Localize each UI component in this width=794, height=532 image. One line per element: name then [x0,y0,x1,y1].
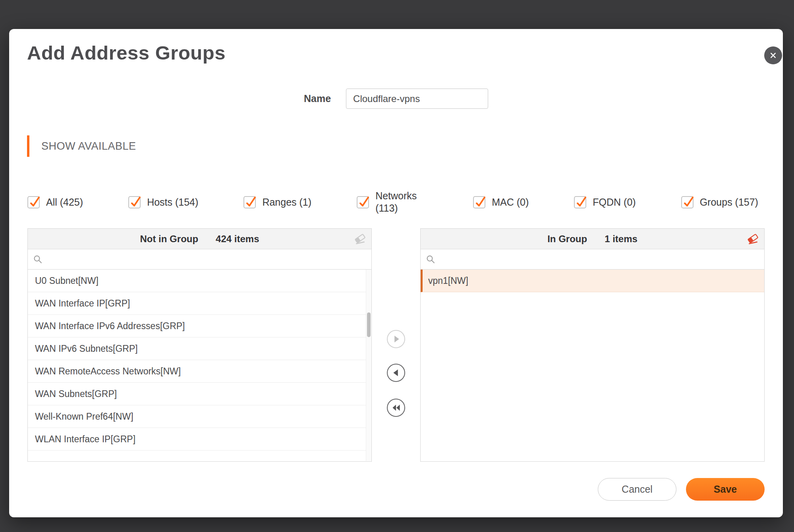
filter-checkbox-item[interactable]: All (425) [27,196,83,208]
checkbox[interactable] [243,196,256,208]
list-item[interactable]: WAN IPv6 Subnets[GRP] [28,337,371,360]
filter-checkbox-item[interactable]: MAC (0) [473,196,529,208]
clear-group-button[interactable] [745,232,760,246]
list-item[interactable]: WLAN Interface IP[GRP] [28,428,371,451]
not-in-group-header: Not in Group 424 items [28,229,371,249]
move-all-left-button[interactable] [387,399,405,417]
panel-count: 424 items [216,233,259,245]
add-address-groups-dialog: Add Address Groups Name SHOW AVAILABLE [9,29,783,517]
filter-label: Groups (157) [700,197,758,208]
checkbox[interactable] [681,196,694,208]
check-icon [358,197,369,208]
checkbox[interactable] [27,196,40,208]
panel-count: 1 items [605,233,638,245]
arrow-right-icon [388,330,404,348]
clear-selection-button[interactable] [352,232,367,246]
not-in-group-search-row [28,249,371,270]
name-label: Name [304,93,331,104]
filter-label: Networks (113) [375,190,428,215]
filter-label: All (425) [46,197,83,208]
filter-checkbox-item[interactable]: Ranges (1) [243,196,311,208]
in-group-search-row [421,249,764,270]
list-item[interactable]: U0 Subnet[NW] [28,270,371,292]
transfer-controls [372,228,420,462]
name-input[interactable] [346,89,488,109]
show-available-section: SHOW AVAILABLE [27,135,136,157]
filter-row: All (425) Hosts (154) [27,186,758,218]
close-button[interactable] [764,46,782,64]
save-button[interactable]: Save [686,478,765,501]
in-group-list: vpn1[NW] [421,270,764,461]
eraser-icon [354,233,366,245]
in-group-header: In Group 1 items [421,229,764,249]
cancel-button[interactable]: Cancel [598,478,676,501]
section-accent-bar [27,135,29,157]
dialog-title: Add Address Groups [27,42,226,64]
move-left-button[interactable] [387,364,405,382]
scrollbar-track[interactable] [366,270,371,461]
move-right-button[interactable] [387,330,405,348]
checkbox[interactable] [574,196,586,208]
check-icon [129,197,141,208]
check-icon [29,197,40,208]
checkbox[interactable] [473,196,485,208]
filter-label: Hosts (154) [147,197,198,208]
filter-label: MAC (0) [492,197,529,208]
filter-label: FQDN (0) [593,197,636,208]
check-icon [682,197,694,208]
filter-checkbox-item[interactable]: FQDN (0) [574,196,636,208]
section-title: SHOW AVAILABLE [41,140,136,152]
list-item[interactable]: WAN Interface IPv6 Addresses[GRP] [28,315,371,337]
checkbox[interactable] [128,196,141,208]
list-item[interactable]: WAN RemoteAccess Networks[NW] [28,360,371,383]
list-item-selected[interactable]: vpn1[NW] [421,270,764,292]
list-item[interactable]: WAN Interface IP[GRP] [28,292,371,315]
scrollbar-thumb[interactable] [367,312,371,337]
list-item[interactable]: Well-Known Pref64[NW] [28,405,371,428]
list-item[interactable]: WAN Subnets[GRP] [28,383,371,405]
eraser-icon [747,233,759,245]
close-icon [769,52,777,59]
in-group-search-input[interactable] [439,249,759,270]
name-row: Name [9,89,783,109]
checkbox[interactable] [357,196,369,208]
filter-checkbox-item[interactable]: Groups (157) [681,196,758,208]
check-icon [474,197,485,208]
filter-checkbox-item[interactable]: Hosts (154) [128,196,198,208]
dialog-footer: Cancel Save [598,478,765,501]
search-icon [33,254,43,264]
not-in-group-search-input[interactable] [46,249,366,270]
transfer-panels: Not in Group 424 items [27,228,765,462]
filter-label: Ranges (1) [262,197,311,208]
check-icon [245,197,256,208]
check-icon [575,197,586,208]
filter-checkbox-item[interactable]: Networks (113) [357,190,428,215]
panel-title: In Group [547,233,587,245]
not-in-group-panel: Not in Group 424 items [27,228,372,462]
search-icon [426,254,435,264]
arrow-left-icon [388,364,404,382]
not-in-group-list: U0 Subnet[NW] WAN Interface IP[GRP] WAN … [28,270,371,461]
double-arrow-left-icon [388,399,404,416]
in-group-panel: In Group 1 items [420,228,765,462]
panel-title: Not in Group [140,233,198,245]
